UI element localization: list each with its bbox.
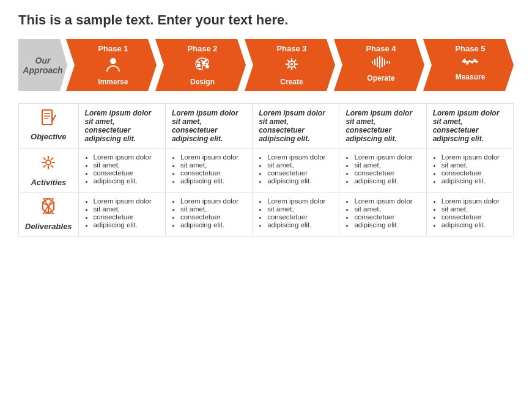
objective-label: Objective [31, 132, 67, 141]
svg-line-45 [43, 166, 46, 168]
deliverables-cell-3: Lorem ipsum dolorsit amet,consectetuerad… [253, 192, 339, 236]
svg-point-7 [199, 62, 201, 64]
deliverables-header: Deliverables [19, 192, 79, 236]
svg-point-12 [290, 63, 293, 65]
activities-icon [25, 153, 72, 175]
svg-point-8 [201, 60, 203, 62]
phase-label-5: Phase 5 [455, 44, 485, 53]
objective-row: Objective Lorem ipsum dolor sit amet, co… [19, 104, 514, 148]
deliverables-icon [25, 197, 72, 219]
phase-icon-5 [461, 56, 479, 71]
deliverables-cell-4: Lorem ipsum dolorsit amet,consectetuerad… [339, 192, 426, 236]
phase-icon-1 [105, 56, 122, 76]
svg-rect-24 [379, 56, 380, 68]
deliverables-cell-1: Lorem ipsum dolorsit amet,consectetuerad… [78, 192, 165, 236]
phase-chevron-4: Phase 4 Operate [334, 39, 424, 91]
activities-cell-2: Lorem ipsum dolorsit amet,consectetuerad… [165, 148, 252, 192]
phase-chevron-3: Phase 3 Create [245, 39, 335, 91]
objective-cell-5: Lorem ipsum dolor sit amet, consectetuer… [426, 104, 513, 148]
svg-rect-27 [386, 61, 388, 64]
phase-name-1: Immerse [98, 78, 128, 86]
objective-icon [25, 109, 72, 130]
phase-chevron-2: Phase 2 Design [155, 39, 246, 91]
approach-box: OurApproach [18, 39, 67, 91]
svg-rect-28 [389, 61, 390, 64]
objective-cell-4: Lorem ipsum dolor sit amet, consectetuer… [339, 104, 426, 148]
phase-label-3: Phase 3 [276, 44, 306, 53]
objective-header: Objective [19, 104, 79, 148]
svg-line-18 [294, 67, 296, 68]
svg-line-20 [287, 67, 289, 68]
svg-point-10 [206, 63, 208, 65]
phase-icon-2 [194, 56, 211, 76]
activities-cell-1: Lorem ipsum dolorsit amet,consectetuerad… [78, 148, 165, 192]
phase-icon-4 [371, 56, 391, 73]
phase-label-4: Phase 4 [366, 44, 396, 53]
objective-cell-3: Lorem ipsum dolor sit amet, consectetuer… [253, 104, 339, 148]
content-table: Objective Lorem ipsum dolor sit amet, co… [18, 103, 514, 236]
svg-point-0 [110, 58, 116, 64]
activities-cell-3: Lorem ipsum dolorsit amet,consectetuerad… [253, 148, 339, 192]
phase-chevron-5: Phase 5 Measure [423, 39, 514, 91]
svg-rect-25 [382, 57, 383, 67]
svg-rect-22 [374, 59, 375, 65]
activities-row: Activities Lorem ipsum dolorsit amet,con… [19, 148, 514, 192]
phase-label-1: Phase 1 [98, 44, 128, 53]
objective-cell-2: Lorem ipsum dolor sit amet, consectetuer… [165, 104, 252, 148]
svg-line-44 [51, 158, 54, 160]
phase-name-4: Operate [367, 74, 394, 82]
phase-name-3: Create [280, 78, 303, 86]
activities-header: Activities [19, 148, 79, 192]
svg-point-1 [197, 64, 201, 67]
svg-rect-26 [384, 59, 385, 65]
phase-name-2: Design [190, 78, 215, 86]
activities-label: Activities [31, 178, 66, 187]
svg-rect-21 [372, 61, 373, 64]
deliverables-cell-5: Lorem ipsum dolorsit amet,consectetuerad… [426, 192, 513, 236]
phase-icon-3 [283, 56, 300, 76]
svg-rect-23 [377, 57, 378, 67]
svg-line-43 [51, 166, 54, 168]
main-title: This is a sample text. Enter your text h… [18, 12, 514, 28]
approach-label: OurApproach [23, 56, 62, 75]
phase-name-5: Measure [456, 73, 486, 81]
phase-chevron-1: Phase 1 Immerse [66, 39, 157, 91]
deliverables-cell-2: Lorem ipsum dolorsit amet,consectetuerad… [165, 192, 252, 236]
svg-marker-31 [476, 60, 478, 64]
svg-rect-33 [42, 110, 52, 125]
objective-cell-1: Lorem ipsum dolor sit amet, consectetuer… [78, 104, 165, 148]
chevron-row: OurApproach Phase 1 Immerse Phase 2 [18, 39, 514, 91]
activities-cell-4: Lorem ipsum dolorsit amet,consectetuerad… [339, 148, 426, 192]
svg-line-42 [43, 158, 46, 160]
deliverables-label: Deliverables [25, 222, 72, 231]
svg-line-17 [287, 60, 289, 62]
svg-line-19 [294, 60, 296, 62]
svg-point-37 [46, 160, 51, 165]
phase-label-2: Phase 2 [187, 44, 217, 53]
svg-point-9 [204, 60, 206, 62]
deliverables-row: Deliverables Lorem ipsum dolorsit amet,c… [19, 192, 514, 236]
activities-cell-5: Lorem ipsum dolorsit amet,consectetuerad… [426, 148, 513, 192]
